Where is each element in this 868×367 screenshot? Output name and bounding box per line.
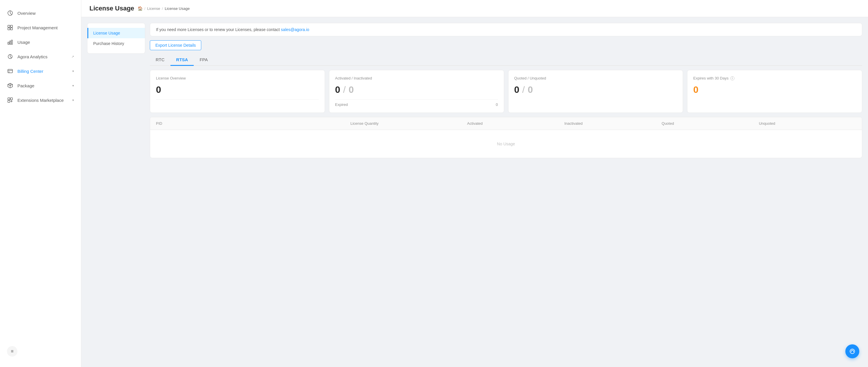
- sidebar-footer: ≡: [0, 341, 81, 361]
- card-license-overview-value: 0: [156, 85, 319, 95]
- svg-rect-4: [8, 42, 9, 44]
- col-activated: Activated: [467, 121, 564, 126]
- sidebar-item-package[interactable]: Package ▾: [0, 78, 81, 93]
- card-quoted-value-pair: 0 / 0: [514, 85, 677, 95]
- sidebar-item-usage[interactable]: Usage: [0, 35, 81, 49]
- svg-rect-2: [8, 28, 10, 30]
- sidebar-item-package-label: Package: [18, 83, 34, 88]
- breadcrumb-sep-1: /: [144, 6, 146, 11]
- sidebar-item-extensions[interactable]: Extensions Marketplace ▾: [0, 93, 81, 107]
- menu-toggle-button[interactable]: ≡: [7, 346, 18, 357]
- content-area: License Usage Purchase History If you ne…: [81, 17, 868, 367]
- card-expired-row: Expired 0: [335, 102, 498, 107]
- support-fab-button[interactable]: [845, 344, 859, 358]
- project-icon: [7, 24, 13, 31]
- card-expired-value: 0: [496, 102, 498, 107]
- svg-rect-3: [10, 28, 12, 30]
- svg-rect-15: [853, 351, 854, 352]
- svg-rect-5: [9, 41, 11, 44]
- billing-icon: [7, 68, 13, 74]
- card-slash-2: /: [522, 85, 525, 95]
- tab-rtsa[interactable]: RTSA: [170, 54, 194, 66]
- breadcrumb: 🏠 / License / License Usage: [138, 6, 190, 11]
- card-quoted-unquoted: Quoted / Unquoted 0 / 0: [508, 70, 683, 113]
- card-quoted-label: Quoted / Unquoted: [514, 76, 677, 80]
- svg-rect-1: [10, 25, 12, 27]
- left-panel-license-usage[interactable]: License Usage: [87, 28, 145, 38]
- info-banner: If you need more Licenses or to renew yo…: [150, 23, 862, 36]
- svg-rect-6: [11, 40, 12, 44]
- sales-email-link[interactable]: sales@agora.io: [281, 27, 309, 32]
- chevron-down-icon-2: ▾: [72, 84, 74, 88]
- chevron-down-icon-3: ▾: [72, 98, 74, 102]
- sidebar-item-billing-label: Billing Center: [18, 69, 43, 74]
- sidebar-item-billing-center[interactable]: Billing Center ▾: [0, 64, 81, 78]
- card-quoted-value: 0: [514, 85, 520, 95]
- extensions-icon: [7, 97, 13, 103]
- chevron-down-icon: ▾: [72, 69, 74, 73]
- sidebar-item-project-label: Project Management: [18, 25, 58, 30]
- info-text-before: If you need more Licenses or to renew yo…: [156, 27, 281, 32]
- bar-chart-icon: [7, 39, 13, 45]
- right-panel: If you need more Licenses or to renew yo…: [150, 23, 862, 361]
- sidebar-item-overview[interactable]: Overview: [0, 6, 81, 20]
- info-icon[interactable]: i: [730, 76, 735, 80]
- table-header-row: PID License Quantity Activated Inactivat…: [150, 117, 862, 130]
- col-pid: PID: [156, 121, 350, 126]
- card-divider-1: [156, 99, 319, 100]
- col-inactivated: Inactivated: [564, 121, 661, 126]
- card-license-overview-label: License Overview: [156, 76, 319, 80]
- card-slash-1: /: [343, 85, 346, 95]
- sidebar-item-agora-analytics[interactable]: Agora Analytics ↗: [0, 49, 81, 64]
- analytics-icon: [7, 54, 13, 60]
- page-title: License Usage: [89, 5, 134, 12]
- breadcrumb-current: License Usage: [165, 6, 190, 11]
- package-icon: [7, 82, 13, 89]
- svg-rect-11: [10, 98, 12, 100]
- export-button-container: Export License Details: [150, 40, 862, 50]
- card-activated-inactivated: Activated / Inactivated 0 / 0 Expired 0: [329, 70, 504, 113]
- sidebar: Overview Project Management Usage: [0, 0, 81, 367]
- sidebar-item-analytics-label: Agora Analytics: [18, 54, 47, 59]
- card-expires-value: 0: [693, 85, 699, 95]
- sidebar-item-overview-label: Overview: [18, 11, 36, 16]
- tabs-container: RTC RTSA FPA: [150, 54, 862, 66]
- left-panel: License Usage Purchase History: [87, 23, 145, 54]
- table-empty-message: No Usage: [150, 130, 862, 158]
- card-activated-value: 0: [335, 85, 340, 95]
- pie-chart-icon: [7, 10, 13, 16]
- home-icon[interactable]: 🏠: [138, 6, 143, 11]
- svg-point-9: [9, 72, 9, 72]
- card-license-overview: License Overview 0: [150, 70, 325, 113]
- col-quoted: Quoted: [661, 121, 759, 126]
- page-header: License Usage 🏠 / License / License Usag…: [81, 0, 868, 17]
- card-activated-value-pair: 0 / 0: [335, 85, 498, 95]
- breadcrumb-sep-2: /: [162, 6, 163, 11]
- svg-rect-0: [8, 25, 10, 27]
- sidebar-item-extensions-label: Extensions Marketplace: [18, 98, 64, 103]
- left-panel-purchase-history[interactable]: Purchase History: [87, 38, 145, 49]
- svg-point-13: [850, 349, 855, 354]
- export-license-details-button[interactable]: Export License Details: [150, 40, 201, 50]
- col-unquoted: Unquoted: [759, 121, 856, 126]
- main-content: License Usage 🏠 / License / License Usag…: [81, 0, 868, 367]
- card-inactivated-value: 0: [348, 85, 354, 95]
- sidebar-item-project-management[interactable]: Project Management: [0, 20, 81, 35]
- col-license-quantity: License Quantity: [350, 121, 467, 126]
- cards-row: License Overview 0 Activated / Inactivat…: [150, 70, 862, 113]
- external-link-icon: ↗: [71, 55, 74, 59]
- card-divider-2: [335, 99, 498, 100]
- card-expires-30: Expires with 30 Days i 0: [687, 70, 862, 113]
- card-expired-label: Expired: [335, 102, 348, 107]
- card-expires-label: Expires with 30 Days: [693, 76, 728, 80]
- svg-rect-14: [851, 351, 851, 352]
- tab-fpa[interactable]: FPA: [194, 54, 213, 66]
- tab-rtc[interactable]: RTC: [150, 54, 170, 66]
- hamburger-icon: ≡: [11, 349, 13, 354]
- breadcrumb-license[interactable]: License: [147, 6, 160, 11]
- card-expires-header: Expires with 30 Days i: [693, 76, 856, 80]
- svg-rect-8: [8, 69, 12, 73]
- usage-table: PID License Quantity Activated Inactivat…: [150, 117, 862, 158]
- headset-icon: [849, 348, 856, 355]
- card-unquoted-value: 0: [528, 85, 533, 95]
